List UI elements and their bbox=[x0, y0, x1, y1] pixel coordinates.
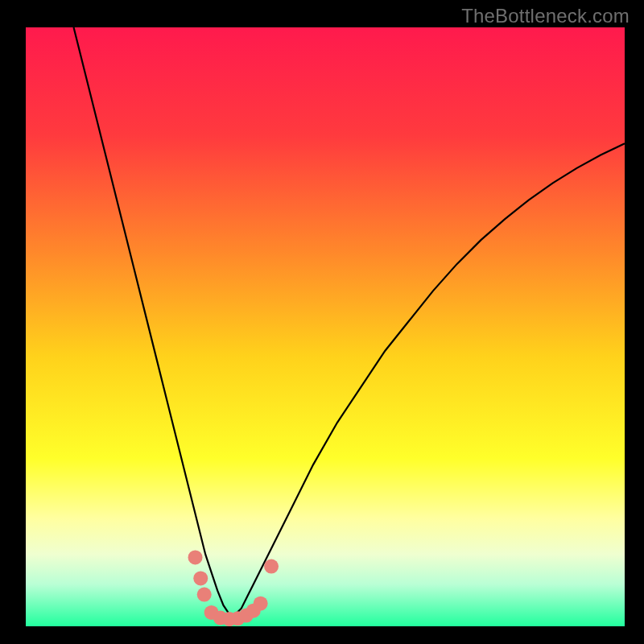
highlight-dot bbox=[193, 571, 208, 585]
gradient-background bbox=[26, 27, 625, 626]
highlight-dot bbox=[264, 559, 279, 574]
chart-stage: TheBottleneck.com bbox=[0, 0, 644, 644]
watermark-text: TheBottleneck.com bbox=[461, 5, 630, 27]
highlight-dot bbox=[197, 588, 212, 602]
highlight-dot bbox=[188, 550, 203, 564]
chart-svg bbox=[0, 0, 644, 644]
highlight-dot bbox=[254, 597, 268, 611]
